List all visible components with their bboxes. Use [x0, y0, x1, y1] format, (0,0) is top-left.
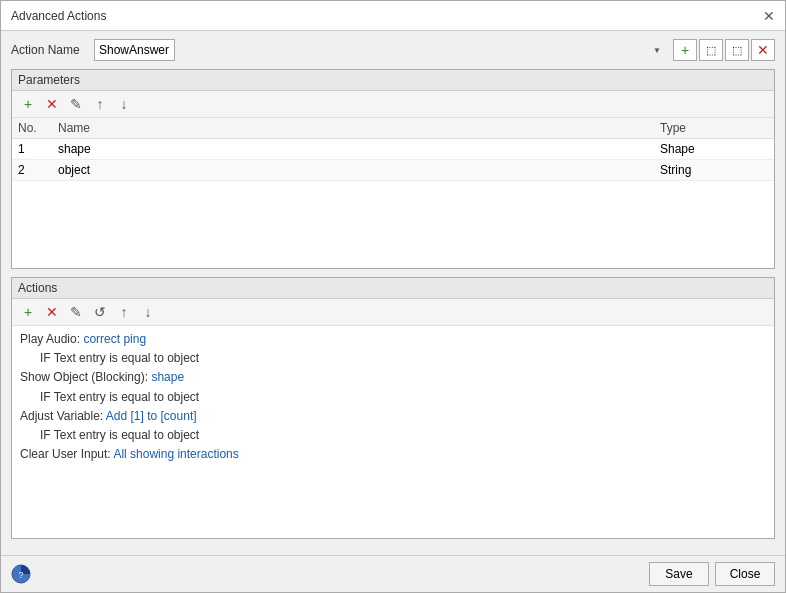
action-delete-icon: ✕ [46, 304, 58, 320]
param-up-icon: ↑ [97, 96, 104, 112]
action-edit-button[interactable]: ✎ [66, 302, 86, 322]
col-name: Name [52, 118, 654, 139]
action-add-icon: + [24, 304, 32, 320]
action-link[interactable]: shape [151, 370, 184, 384]
parameters-header: Parameters [12, 70, 774, 91]
action-condition: IF Text entry is equal to object [20, 349, 766, 368]
row-no: 1 [12, 139, 52, 160]
col-no: No. [12, 118, 52, 139]
parameters-section: Parameters + ✕ ✎ ↑ ↓ [11, 69, 775, 269]
action-undo-button[interactable]: ↺ [90, 302, 110, 322]
action-undo-icon: ↺ [94, 304, 106, 320]
col-type: Type [654, 118, 774, 139]
param-add-icon: + [24, 96, 32, 112]
advanced-actions-dialog: Advanced Actions ✕ Action Name ShowAnswe… [0, 0, 786, 593]
action-name-buttons: + ⬚ ⬚ ✕ [673, 39, 775, 61]
copy1-button[interactable]: ⬚ [699, 39, 723, 61]
action-link[interactable]: Add [1] to [count] [106, 409, 197, 423]
param-edit-button[interactable]: ✎ [66, 94, 86, 114]
action-delete-button[interactable]: ✕ [42, 302, 62, 322]
actions-toolbar: + ✕ ✎ ↺ ↑ ↓ [12, 299, 774, 326]
action-down-button[interactable]: ↓ [138, 302, 158, 322]
footer: ? Save Close [1, 555, 785, 592]
param-add-button[interactable]: + [18, 94, 38, 114]
parameters-toolbar: + ✕ ✎ ↑ ↓ [12, 91, 774, 118]
title-bar: Advanced Actions ✕ [1, 1, 785, 31]
action-prefix: Clear User Input: [20, 447, 113, 461]
svg-text:?: ? [18, 570, 23, 580]
copy2-button[interactable]: ⬚ [725, 39, 749, 61]
param-up-button[interactable]: ↑ [90, 94, 110, 114]
title-close-button[interactable]: ✕ [763, 9, 775, 23]
save-button[interactable]: Save [649, 562, 709, 586]
params-table: No. Name Type 1 shape Shape2 object Stri… [12, 118, 774, 268]
list-item: Adjust Variable: Add [1] to [count] IF T… [20, 407, 766, 445]
action-up-icon: ↑ [121, 304, 128, 320]
action-condition: IF Text entry is equal to object [20, 426, 766, 445]
actions-section: Actions + ✕ ✎ ↺ ↑ ↓ [11, 277, 775, 539]
list-item: Play Audio: correct ping IF Text entry i… [20, 330, 766, 368]
row-name: object [52, 160, 654, 181]
action-name-select-wrapper: ShowAnswer [94, 39, 665, 61]
param-delete-button[interactable]: ✕ [42, 94, 62, 114]
actions-header: Actions [12, 278, 774, 299]
row-no: 2 [12, 160, 52, 181]
action-up-button[interactable]: ↑ [114, 302, 134, 322]
plus-icon: + [681, 42, 689, 58]
action-prefix: Show Object (Blocking): [20, 370, 151, 384]
copy1-icon: ⬚ [706, 44, 716, 57]
delete-action-button[interactable]: ✕ [751, 39, 775, 61]
action-condition: IF Text entry is equal to object [20, 388, 766, 407]
param-down-icon: ↓ [121, 96, 128, 112]
list-item: Clear User Input: All showing interactio… [20, 445, 766, 464]
table-row[interactable]: 2 object String [12, 160, 774, 181]
action-name-row: Action Name ShowAnswer + ⬚ ⬚ ✕ [11, 39, 775, 61]
action-down-icon: ↓ [145, 304, 152, 320]
action-name-label: Action Name [11, 43, 86, 57]
help-icon[interactable]: ? [11, 564, 31, 584]
param-down-button[interactable]: ↓ [114, 94, 134, 114]
action-prefix: Play Audio: [20, 332, 83, 346]
actions-content: Play Audio: correct ping IF Text entry i… [12, 326, 774, 538]
row-type: String [654, 160, 774, 181]
action-link[interactable]: All showing interactions [113, 447, 238, 461]
dialog-title: Advanced Actions [11, 9, 106, 23]
action-add-button[interactable]: + [18, 302, 38, 322]
action-name-select[interactable]: ShowAnswer [94, 39, 175, 61]
param-delete-icon: ✕ [46, 96, 58, 112]
add-action-button[interactable]: + [673, 39, 697, 61]
action-prefix: Adjust Variable: [20, 409, 106, 423]
table-row[interactable]: 1 shape Shape [12, 139, 774, 160]
delete-icon: ✕ [757, 42, 769, 58]
row-type: Shape [654, 139, 774, 160]
copy2-icon: ⬚ [732, 44, 742, 57]
close-button[interactable]: Close [715, 562, 775, 586]
row-name: shape [52, 139, 654, 160]
action-edit-icon: ✎ [70, 304, 82, 320]
content-area: Action Name ShowAnswer + ⬚ ⬚ ✕ [1, 31, 785, 555]
param-edit-icon: ✎ [70, 96, 82, 112]
action-link[interactable]: correct ping [83, 332, 146, 346]
list-item: Show Object (Blocking): shape IF Text en… [20, 368, 766, 406]
